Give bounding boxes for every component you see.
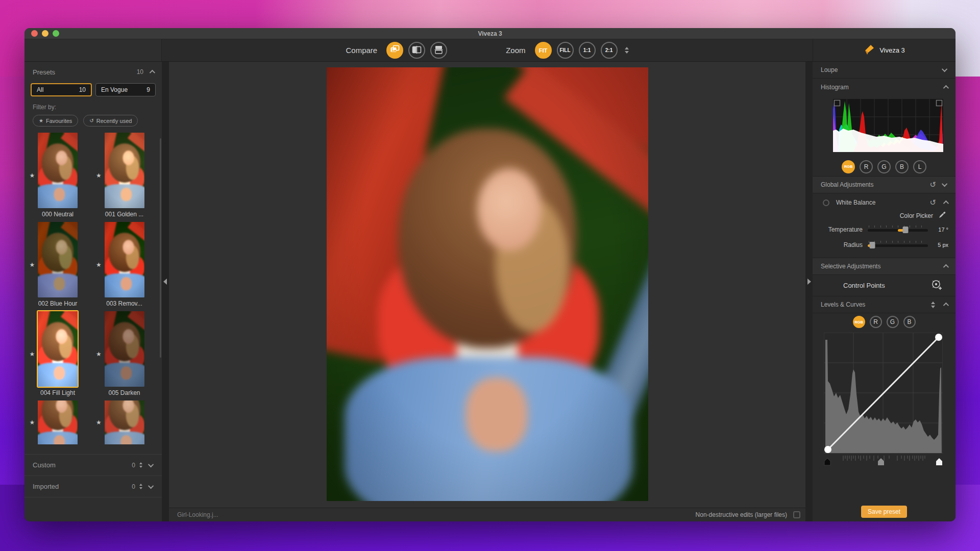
radius-slider-handle[interactable]: [870, 242, 875, 248]
hist-channel-rgb[interactable]: RGB: [842, 160, 855, 173]
hist-channel-l[interactable]: L: [913, 160, 926, 173]
curve-channel-g[interactable]: G: [887, 316, 899, 328]
white-balance-checkbox[interactable]: [823, 199, 829, 206]
preset-thumbnail[interactable]: [105, 400, 144, 444]
save-preset-row: Save preset: [813, 506, 955, 521]
tab-en-vogue[interactable]: En Vogue 9: [95, 83, 156, 96]
global-adjustments-header[interactable]: Global Adjustments ↺: [813, 177, 955, 193]
loupe-section-header[interactable]: Loupe: [813, 62, 955, 79]
panel-collapse-strip[interactable]: [805, 62, 813, 521]
favourite-star-icon[interactable]: ★: [93, 172, 105, 179]
preset-label: 002 Blue Hour: [38, 300, 78, 307]
nondestructive-label: Non-destructive edits (larger files): [696, 511, 787, 518]
curve-black-point[interactable]: [824, 446, 831, 453]
preset-item[interactable]: ★: [93, 400, 160, 444]
imported-section-header[interactable]: Imported 0: [24, 475, 162, 497]
edited-photo[interactable]: [327, 67, 648, 501]
reset-icon[interactable]: ↺: [929, 180, 936, 189]
selective-adjustments-header[interactable]: Selective Adjustments: [813, 258, 955, 275]
collapse-right-icon[interactable]: [807, 279, 811, 285]
star-icon: ★: [39, 118, 43, 123]
recently-used-filter-button[interactable]: ↺ Recently used: [83, 115, 138, 127]
mid-level-handle[interactable]: [878, 458, 884, 465]
chevron-up-icon[interactable]: [943, 201, 949, 206]
zoom-stepper-icon[interactable]: [625, 47, 629, 54]
image-canvas: Girl-Looking.j... Non-destructive edits …: [169, 62, 805, 521]
white-level-handle[interactable]: [936, 458, 942, 465]
temperature-slider[interactable]: [868, 226, 928, 234]
compare-single-button[interactable]: [386, 42, 403, 59]
levels-curves-header[interactable]: Levels & Curves: [813, 296, 955, 313]
preset-thumbnail[interactable]: [105, 133, 144, 208]
preset-item[interactable]: ★ 000 Neutral: [27, 133, 93, 218]
favourite-star-icon[interactable]: ★: [93, 419, 105, 426]
eyedropper-icon[interactable]: [938, 211, 946, 221]
presets-sidebar: Presets 10 All 10 En Vogue 9 Filter by: …: [24, 62, 162, 521]
favourite-star-icon[interactable]: ★: [93, 350, 105, 358]
preset-thumbnail[interactable]: [38, 400, 78, 444]
preset-thumbnail[interactable]: [105, 311, 144, 387]
favourite-star-icon[interactable]: ★: [27, 261, 38, 268]
preset-thumbnail[interactable]: [38, 133, 78, 208]
preset-item[interactable]: ★ 002 Blue Hour: [27, 222, 93, 307]
preset-thumbnail-selected[interactable]: [38, 311, 78, 387]
chevron-up-icon[interactable]: [943, 303, 949, 308]
preset-thumbnail[interactable]: [38, 222, 78, 297]
curve-channel-b[interactable]: B: [903, 316, 916, 328]
add-control-point-icon[interactable]: [930, 278, 943, 293]
custom-stepper-icon[interactable]: [139, 462, 142, 468]
custom-section-header[interactable]: Custom 0: [24, 454, 162, 475]
zoom-fit-button[interactable]: FIT: [535, 42, 552, 59]
reset-icon[interactable]: ↺: [929, 198, 936, 207]
zoom-1-1-button[interactable]: 1:1: [579, 42, 596, 59]
chevron-up-icon[interactable]: [943, 264, 949, 270]
imported-stepper-icon[interactable]: [139, 484, 142, 489]
tone-curve-display[interactable]: [824, 333, 947, 468]
hist-channel-g[interactable]: G: [877, 160, 891, 173]
radius-slider[interactable]: [868, 241, 928, 249]
chevron-up-icon[interactable]: [150, 70, 155, 76]
preset-item-selected[interactable]: ★ 004 Fill Light: [27, 311, 93, 396]
presets-header[interactable]: Presets 10: [24, 62, 162, 82]
nondestructive-checkbox[interactable]: [793, 511, 800, 518]
temperature-slider-handle[interactable]: [903, 227, 909, 233]
chevron-down-icon[interactable]: [148, 461, 154, 467]
curve-channel-r[interactable]: R: [870, 316, 882, 328]
photo-stack-icon: [390, 45, 400, 56]
zoom-fill-button[interactable]: FILL: [557, 42, 574, 59]
favourite-star-icon[interactable]: ★: [27, 419, 38, 426]
preset-item[interactable]: ★ 003 Remov...: [93, 222, 160, 307]
preset-item[interactable]: ★ 001 Golden ...: [93, 133, 160, 218]
preset-item[interactable]: ★ 005 Darken: [93, 311, 160, 396]
chevron-down-icon[interactable]: [942, 181, 947, 187]
preset-item[interactable]: ★: [27, 400, 93, 444]
favourite-star-icon[interactable]: ★: [27, 172, 38, 179]
favourite-star-icon[interactable]: ★: [93, 261, 105, 268]
favourites-filter-button[interactable]: ★ Favourites: [33, 115, 78, 127]
curve-channel-rgb[interactable]: RGB: [853, 316, 865, 328]
black-level-handle[interactable]: [824, 458, 830, 465]
hist-channel-r[interactable]: R: [860, 160, 873, 173]
sidebar-collapse-strip[interactable]: [162, 62, 169, 521]
chevron-up-icon[interactable]: [943, 85, 949, 90]
chevron-down-icon[interactable]: [148, 483, 154, 488]
slider-ticks: [869, 226, 927, 228]
compare-split-vertical-button[interactable]: [408, 42, 425, 59]
white-balance-header[interactable]: White Balance ↺: [813, 195, 955, 210]
collapse-left-icon[interactable]: [163, 279, 167, 285]
temperature-row: Temperature 17 °: [813, 222, 955, 237]
main-row: Presets 10 All 10 En Vogue 9 Filter by: …: [24, 62, 955, 521]
preset-label: 005 Darken: [108, 389, 140, 396]
preset-thumbnail[interactable]: [105, 222, 144, 297]
save-preset-button[interactable]: Save preset: [861, 506, 907, 518]
levels-stepper-icon[interactable]: [931, 302, 935, 308]
tab-all[interactable]: All 10: [31, 83, 92, 96]
sidebar-scrollbar[interactable]: [160, 138, 161, 358]
zoom-2-1-button[interactable]: 2:1: [601, 42, 618, 59]
curve-white-point[interactable]: [935, 334, 942, 341]
histogram-section-header[interactable]: Histogram: [813, 79, 955, 95]
radius-value: 5 px: [928, 242, 948, 248]
hist-channel-b[interactable]: B: [895, 160, 909, 173]
favourite-star-icon[interactable]: ★: [27, 350, 38, 358]
compare-split-horizontal-button[interactable]: [430, 42, 447, 59]
